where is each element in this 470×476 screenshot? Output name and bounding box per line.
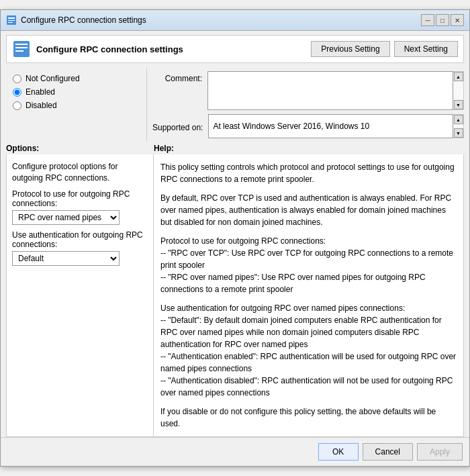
title-controls: ─ □ ✕ xyxy=(421,14,464,26)
previous-setting-button[interactable]: Previous Setting xyxy=(311,41,389,57)
supported-on-label: Supported on: xyxy=(147,120,208,132)
title-bar-left: Configure RPC connection settings xyxy=(6,15,146,26)
help-p4-body: -- "Default": By default domain joined c… xyxy=(160,316,456,397)
maximize-button[interactable]: □ xyxy=(436,14,449,26)
next-setting-button[interactable]: Next Setting xyxy=(394,41,458,57)
window-icon xyxy=(6,15,17,26)
protocol-label: Protocol to use for outgoing RPC connect… xyxy=(12,189,148,208)
svg-rect-4 xyxy=(13,41,30,57)
svg-rect-5 xyxy=(15,44,28,45)
help-p4: Use authentication for outgoing RPC over… xyxy=(160,302,457,399)
ok-button[interactable]: OK xyxy=(318,443,359,461)
radio-section: Not Configured Enabled Disabled xyxy=(6,68,146,115)
dialog-title: Configure RPC connection settings xyxy=(36,44,183,54)
auth-label: Use authentication for outgoing RPC conn… xyxy=(12,230,148,249)
scroll-up-arrow[interactable]: ▲ xyxy=(454,72,463,81)
protocol-group: Protocol to use for outgoing RPC connect… xyxy=(12,189,148,225)
svg-rect-6 xyxy=(15,47,28,48)
bottom-bar: OK Cancel Apply xyxy=(1,437,469,466)
supported-on-area: At least Windows Server 2016, Windows 10… xyxy=(208,114,464,138)
disabled-label: Disabled xyxy=(26,101,57,110)
apply-button[interactable]: Apply xyxy=(417,443,463,461)
help-p3-body: -- "RPC over TCP": Use RPC over TCP for … xyxy=(160,248,453,294)
help-p1: This policy setting controls which proto… xyxy=(160,161,457,185)
comment-scrollbar[interactable]: ▲ ▼ xyxy=(453,71,464,110)
not-configured-label: Not Configured xyxy=(26,74,80,83)
policy-icon xyxy=(12,40,31,58)
title-bar: Configure RPC connection settings ─ □ ✕ xyxy=(1,10,469,31)
help-header-area: Help: xyxy=(147,144,464,153)
supported-scroll-down[interactable]: ▼ xyxy=(454,128,463,138)
not-configured-radio[interactable] xyxy=(13,75,21,83)
supported-scroll-up[interactable]: ▲ xyxy=(454,115,463,124)
sub-header: Configure RPC connection settings Previo… xyxy=(6,35,464,63)
options-description: Configure protocol options for outgoing … xyxy=(12,161,148,184)
section-headers-row: Options: Help: xyxy=(6,141,464,154)
options-panel: Configure protocol options for outgoing … xyxy=(6,154,154,437)
supported-scrollbar[interactable]: ▲ ▼ xyxy=(453,114,464,138)
cancel-button[interactable]: Cancel xyxy=(363,443,413,461)
scroll-down-arrow[interactable]: ▼ xyxy=(454,100,463,109)
auth-select[interactable]: Default Authentication enabled Authentic… xyxy=(12,251,120,266)
comment-area: ▲ ▼ xyxy=(207,71,464,110)
help-p5: If you disable or do not configure this … xyxy=(160,406,457,430)
close-button[interactable]: ✕ xyxy=(451,14,464,26)
svg-rect-7 xyxy=(15,50,23,52)
comment-textarea[interactable] xyxy=(207,71,453,110)
options-header-area: Options: xyxy=(6,144,147,153)
minimize-button[interactable]: ─ xyxy=(421,14,434,26)
protocol-select[interactable]: RPC over TCP RPC over named pipes xyxy=(12,210,120,225)
scroll-track xyxy=(453,81,463,100)
help-p3-header-text: Protocol to use for outgoing RPC connect… xyxy=(160,236,326,246)
main-window: Configure RPC connection settings ─ □ ✕ … xyxy=(0,9,470,467)
main-area: Not Configured Enabled Disabled Comm xyxy=(1,68,469,437)
window-title: Configure RPC connection settings xyxy=(21,15,146,25)
nav-buttons: Previous Setting Next Setting xyxy=(311,41,458,57)
enabled-radio[interactable] xyxy=(13,88,21,97)
help-p2: By default, RPC over TCP is used and aut… xyxy=(160,192,457,228)
svg-rect-2 xyxy=(8,20,15,21)
options-header: Options: xyxy=(6,144,39,153)
top-right-panel: Comment: ▲ ▼ Supported on: At least xyxy=(147,68,464,141)
enabled-label: Enabled xyxy=(26,87,55,97)
help-p3-header: Protocol to use for outgoing RPC connect… xyxy=(160,235,457,295)
options-help-row: Configure protocol options for outgoing … xyxy=(6,154,464,437)
disabled-radio[interactable] xyxy=(13,101,21,110)
disabled-option[interactable]: Disabled xyxy=(13,101,140,110)
top-area: Not Configured Enabled Disabled Comm xyxy=(6,68,464,141)
top-left-panel: Not Configured Enabled Disabled xyxy=(6,68,147,141)
help-p4-header-text: Use authentication for outgoing RPC over… xyxy=(160,303,405,313)
supported-on-value: At least Windows Server 2016, Windows 10 xyxy=(208,114,453,138)
svg-rect-1 xyxy=(8,17,15,19)
help-panel: This policy setting controls which proto… xyxy=(154,154,464,437)
comment-section: Comment: ▲ ▼ xyxy=(147,68,464,113)
help-header: Help: xyxy=(154,144,174,153)
auth-group: Use authentication for outgoing RPC conn… xyxy=(12,230,148,266)
comment-label: Comment: xyxy=(147,71,207,83)
enabled-option[interactable]: Enabled xyxy=(13,87,140,97)
svg-rect-3 xyxy=(8,22,13,23)
supported-section: Supported on: At least Windows Server 20… xyxy=(147,113,464,141)
header-left: Configure RPC connection settings xyxy=(12,40,183,58)
not-configured-option[interactable]: Not Configured xyxy=(13,74,140,83)
